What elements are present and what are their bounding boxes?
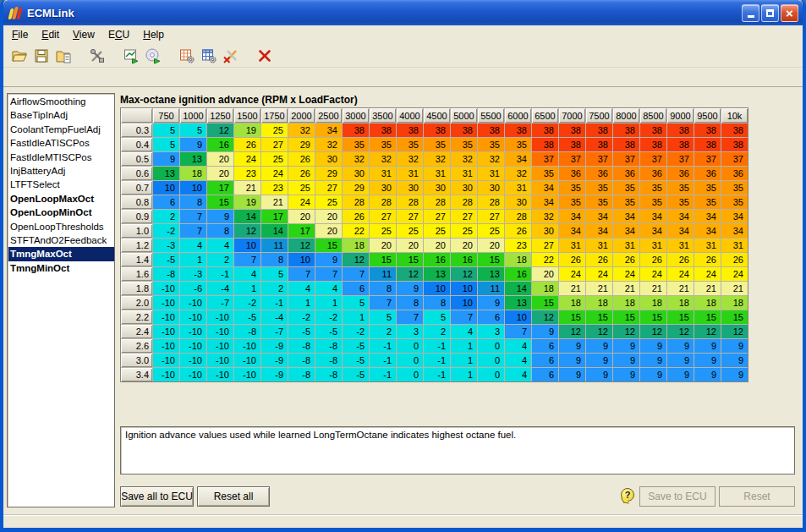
table-cell[interactable]: 28 [451, 195, 477, 209]
table-cell[interactable]: -8 [153, 267, 179, 281]
table-cell[interactable]: 27 [532, 239, 558, 252]
table-cell[interactable]: 35 [586, 195, 612, 209]
table-cell[interactable]: 34 [532, 195, 558, 209]
table-cell[interactable]: 26 [505, 224, 531, 238]
table-cell[interactable]: 35 [397, 138, 423, 151]
table-cell[interactable]: 6 [532, 339, 558, 353]
table-cell[interactable]: 24 [613, 267, 639, 281]
row-header-1-6[interactable]: 1.6 [121, 267, 152, 281]
table-cell[interactable]: -5 [343, 354, 369, 367]
col-header-5500[interactable]: 5500 [478, 108, 504, 123]
table-cell[interactable]: 32 [288, 123, 315, 137]
table-cell[interactable]: 24 [234, 152, 260, 166]
table-cell[interactable]: 5 [153, 123, 179, 137]
table-cell[interactable]: 14 [234, 210, 260, 223]
col-header-3500[interactable]: 3500 [370, 108, 396, 123]
sidebar-item-stftando2feedback[interactable]: STFTAndO2Feedback [8, 233, 114, 247]
table-cell[interactable]: 9 [667, 339, 694, 353]
table-cell[interactable]: 38 [640, 138, 666, 151]
col-header-4000[interactable]: 4000 [397, 108, 423, 123]
table-cell[interactable]: 6 [532, 368, 558, 381]
table-cell[interactable]: 17 [261, 210, 288, 223]
table-cell[interactable]: 35 [451, 138, 477, 151]
table-cell[interactable]: 37 [667, 152, 694, 166]
table-cell[interactable]: 9 [613, 354, 639, 367]
table-cell[interactable]: 7 [315, 267, 342, 281]
table-cell[interactable]: 35 [640, 195, 666, 209]
table-cell[interactable]: 31 [694, 239, 721, 252]
table-cell[interactable]: 9 [532, 325, 558, 338]
table-cell[interactable]: 21 [559, 282, 585, 295]
table-cell[interactable]: 21 [613, 282, 639, 295]
sidebar-item-fastidlemtiscpos[interactable]: FastIdleMTISCPos [8, 151, 114, 164]
col-header-1750[interactable]: 1750 [261, 108, 288, 123]
table-cell[interactable]: 12 [451, 267, 477, 281]
col-header-2500[interactable]: 2500 [315, 108, 342, 123]
table-cell[interactable]: 26 [613, 253, 639, 266]
menu-edit[interactable]: Edit [35, 27, 66, 43]
table-cell[interactable]: 36 [559, 167, 585, 180]
table-cell[interactable]: 32 [532, 210, 558, 223]
table-cell[interactable]: 38 [613, 123, 639, 137]
table-cell[interactable]: 6 [153, 195, 179, 209]
table-cell[interactable]: 21 [586, 282, 612, 295]
table-cell[interactable]: 20 [532, 267, 558, 281]
reset-button[interactable]: Reset [719, 486, 795, 507]
table-cell[interactable]: 4 [288, 282, 315, 295]
tools-icon[interactable] [86, 46, 108, 66]
table-cell[interactable]: -10 [180, 368, 206, 381]
table-cell[interactable]: 1 [180, 253, 206, 266]
table-cell[interactable]: 27 [478, 210, 504, 223]
table-cell[interactable]: 31 [505, 181, 531, 195]
table-cell[interactable]: 11 [261, 239, 288, 252]
table-cell[interactable]: 34 [721, 224, 748, 238]
table-cell[interactable]: 4 [207, 239, 233, 252]
table-cell[interactable]: -2 [234, 296, 260, 310]
table-cell[interactable]: 1 [234, 282, 260, 295]
table-cell[interactable]: -10 [153, 282, 179, 295]
table-cell[interactable]: 35 [505, 138, 531, 151]
open-folder-icon[interactable] [8, 46, 30, 66]
table-cell[interactable]: 12 [234, 224, 260, 238]
table-cell[interactable]: 19 [234, 123, 260, 137]
table-cell[interactable]: 9 [721, 354, 748, 367]
table-cell[interactable]: 35 [694, 195, 721, 209]
table-cell[interactable]: 18 [694, 296, 721, 310]
table-cell[interactable]: 20 [288, 210, 315, 223]
col-header-4500[interactable]: 4500 [424, 108, 450, 123]
table-cell[interactable]: 38 [532, 123, 558, 137]
table-cell[interactable]: 37 [586, 152, 612, 166]
table-cell[interactable]: 35 [613, 181, 639, 195]
table-cell[interactable]: 30 [424, 181, 450, 195]
table-cell[interactable]: 26 [640, 253, 666, 266]
table-cell[interactable]: 2 [370, 325, 396, 338]
table-cell[interactable]: 34 [505, 152, 531, 166]
table-cell[interactable]: -5 [288, 325, 315, 338]
table-cell[interactable]: 34 [640, 224, 666, 238]
table-cell[interactable]: 22 [532, 253, 558, 266]
table-cell[interactable]: 38 [721, 123, 748, 137]
table-cell[interactable]: 31 [370, 167, 396, 180]
table-cell[interactable]: 1 [451, 354, 477, 367]
table-cell[interactable]: 18 [667, 296, 694, 310]
table-cell[interactable]: 1 [315, 296, 342, 310]
table-cell[interactable]: 34 [694, 224, 721, 238]
table-cell[interactable]: 8 [180, 195, 206, 209]
table-cell[interactable]: 31 [397, 167, 423, 180]
table-cell[interactable]: 26 [586, 253, 612, 266]
table-cell[interactable]: 18 [180, 167, 206, 180]
table-cell[interactable]: 26 [694, 253, 721, 266]
row-header-0-3[interactable]: 0.3 [121, 123, 152, 137]
table-cell[interactable]: 28 [505, 210, 531, 223]
table-cell[interactable]: -10 [180, 325, 206, 338]
table-cell[interactable]: 15 [559, 310, 585, 324]
table-cell[interactable]: 4 [505, 339, 531, 353]
table-cell[interactable]: 26 [288, 152, 315, 166]
table-cell[interactable]: 9 [640, 339, 666, 353]
table-cell[interactable]: 12 [613, 325, 639, 338]
table-cell[interactable]: 9 [721, 339, 748, 353]
table-cell[interactable]: 14 [261, 224, 288, 238]
table-display-settings-icon[interactable] [198, 46, 220, 66]
table-cell[interactable]: 37 [640, 152, 666, 166]
export-graph-icon[interactable] [120, 46, 142, 66]
